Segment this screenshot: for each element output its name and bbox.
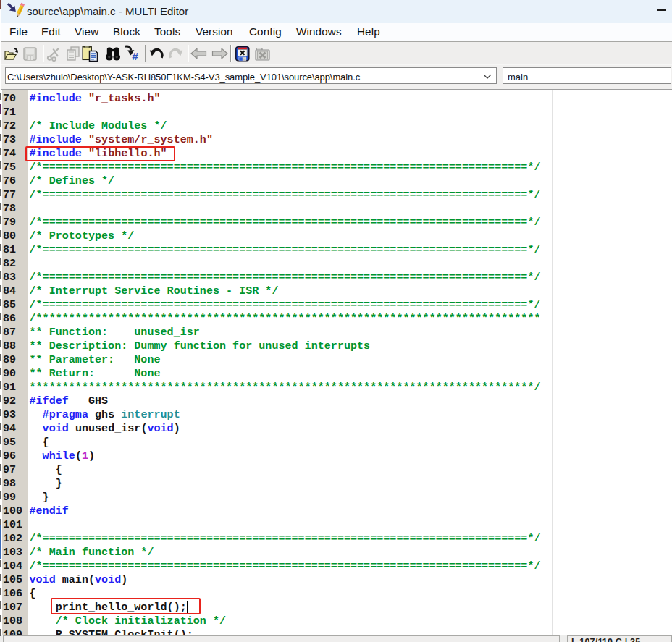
svg-text:#: # xyxy=(132,50,138,62)
